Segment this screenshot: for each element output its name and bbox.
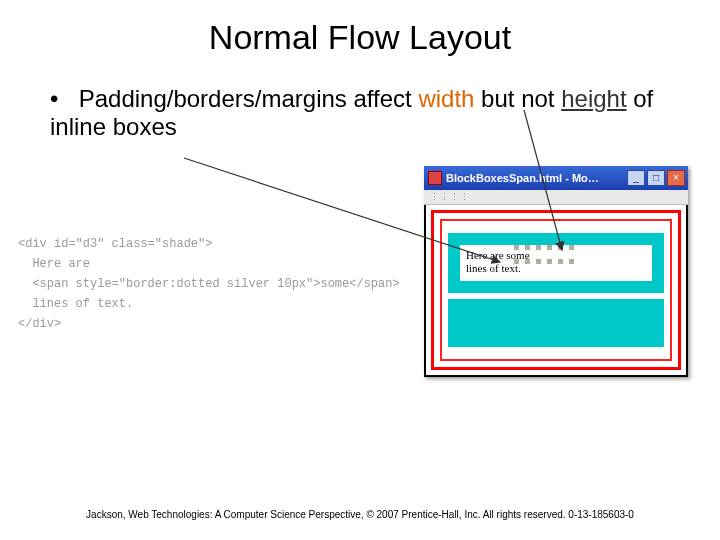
menu-grip-icon: ⋮⋮⋮⋮ xyxy=(430,192,470,202)
bullet-point: • Padding/borders/margins affect width b… xyxy=(50,85,680,141)
close-button[interactable]: × xyxy=(667,170,685,186)
window-title: BlockBoxesSpan.html - Mo… xyxy=(446,172,627,184)
dotted-border-top xyxy=(514,245,574,250)
bullet-text-2: but not xyxy=(474,85,561,112)
dotted-border-bottom xyxy=(514,259,574,264)
menubar: ⋮⋮⋮⋮ xyxy=(424,190,688,205)
bullet-text-1: Padding/borders/margins affect xyxy=(79,85,419,112)
teal-box-1: Here are some lines of text. xyxy=(448,233,664,293)
browser-content: Here are some lines of text. xyxy=(424,205,688,377)
keyword-height: height xyxy=(561,85,626,112)
code-line-5: </div> xyxy=(18,317,61,331)
app-icon xyxy=(428,171,442,185)
slide-title: Normal Flow Layout xyxy=(0,18,720,57)
maximize-button[interactable]: □ xyxy=(647,170,665,186)
titlebar: BlockBoxesSpan.html - Mo… _ □ × xyxy=(424,166,688,190)
keyword-width: width xyxy=(418,85,474,112)
code-line-1: <div id="d3" class="shade"> xyxy=(18,237,212,251)
browser-window: BlockBoxesSpan.html - Mo… _ □ × ⋮⋮⋮⋮ Her… xyxy=(424,166,688,377)
inner-red-box: Here are some lines of text. xyxy=(440,219,672,361)
teal-box-2 xyxy=(448,299,664,347)
code-line-4: lines of text. xyxy=(18,297,133,311)
minimize-button[interactable]: _ xyxy=(627,170,645,186)
code-sample: <div id="d3" class="shade"> Here are <sp… xyxy=(18,234,400,334)
code-line-2: Here are xyxy=(18,257,90,271)
bullet-marker: • xyxy=(50,85,72,113)
rendered-text-box: Here are some lines of text. xyxy=(460,245,652,281)
outer-red-box: Here are some lines of text. xyxy=(431,210,681,370)
code-line-3: <span style="border:dotted silver 10px">… xyxy=(18,277,400,291)
footer-citation: Jackson, Web Technologies: A Computer Sc… xyxy=(0,509,720,520)
